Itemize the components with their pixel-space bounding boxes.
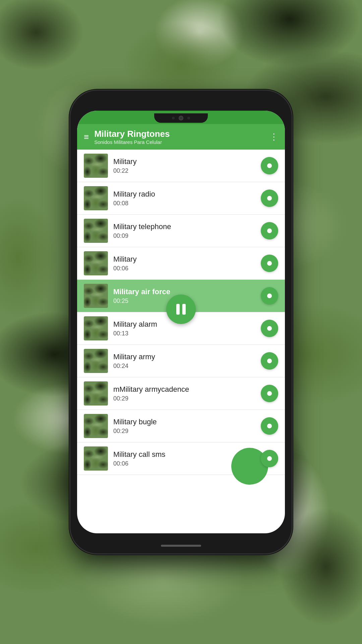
ringtone-thumbnail: [84, 186, 108, 210]
phone-screen: ≡ Military Ringtones Sonidos Militares P…: [77, 111, 285, 533]
list-item[interactable]: Military call sms 00:06: [77, 442, 285, 475]
ringtone-info: Military 00:06: [113, 255, 255, 272]
play-dot: [267, 261, 272, 266]
ringtone-name: Military bugle: [113, 417, 255, 427]
list-item-active[interactable]: Military air force 00:25: [77, 280, 285, 312]
ringtone-name: Military telephone: [113, 222, 255, 232]
play-dot: [267, 293, 272, 298]
header-title-block: Military Ringtones Sonidos Militares Par…: [94, 129, 264, 145]
ringtone-thumbnail: [84, 316, 108, 340]
list-item[interactable]: Military bugle 00:29: [77, 410, 285, 442]
ringtone-duration: 00:29: [113, 428, 255, 435]
front-camera: [179, 116, 183, 120]
ringtone-info: mMilitary armycadence 00:29: [113, 385, 255, 402]
list-item[interactable]: mMilitary armycadence 00:29: [77, 377, 285, 410]
ringtone-thumbnail: [84, 154, 108, 178]
ringtone-duration: 00:22: [113, 167, 255, 174]
ringtone-name: Military: [113, 255, 255, 264]
ringtone-thumbnail: [84, 284, 108, 308]
play-button[interactable]: [261, 255, 278, 272]
ringtone-info: Military telephone 00:09: [113, 222, 255, 239]
play-button[interactable]: [261, 352, 278, 370]
play-dot: [267, 326, 272, 331]
play-button[interactable]: [261, 385, 278, 402]
play-button[interactable]: [261, 190, 278, 207]
app-header: ≡ Military Ringtones Sonidos Militares P…: [77, 124, 285, 150]
ringtone-name: Military army: [113, 352, 255, 362]
play-button[interactable]: [261, 222, 278, 239]
list-item[interactable]: Military army 00:24: [77, 345, 285, 377]
app-subtitle: Sonidos Militares Para Celular: [94, 139, 264, 145]
play-dot: [267, 424, 272, 428]
phone-frame: ≡ Military Ringtones Sonidos Militares P…: [70, 91, 292, 553]
pause-bar-right: [182, 304, 186, 315]
ringtone-info: Military 00:22: [113, 157, 255, 174]
more-options-icon[interactable]: ⋮: [269, 132, 278, 142]
ringtone-thumbnail: [84, 219, 108, 243]
ringtone-name: mMilitary armycadence: [113, 385, 255, 394]
ringtone-name: Military radio: [113, 190, 255, 199]
ringtone-name: Military: [113, 157, 255, 167]
pause-icon: [176, 304, 186, 315]
pause-bar-left: [176, 304, 180, 315]
ringtone-info: Military radio 00:08: [113, 190, 255, 207]
ringtone-info: Military army 00:24: [113, 352, 255, 370]
ringtone-duration: 00:13: [113, 330, 255, 337]
list-item[interactable]: Military 00:06: [77, 247, 285, 280]
notch-sensor-2: [187, 117, 190, 119]
play-button[interactable]: [261, 320, 278, 337]
play-dot: [267, 456, 272, 461]
phone-notch: [154, 113, 208, 123]
play-button[interactable]: [261, 450, 278, 467]
app-title: Military Ringtones: [94, 129, 264, 139]
ringtone-duration: 00:08: [113, 200, 255, 207]
ringtone-duration: 00:09: [113, 232, 255, 239]
play-dot: [267, 163, 272, 168]
play-button-active[interactable]: [261, 287, 278, 305]
play-dot: [267, 359, 272, 363]
play-dot: [267, 228, 272, 233]
play-button[interactable]: [261, 417, 278, 435]
ringtone-thumbnail: [84, 414, 108, 438]
list-item[interactable]: Military telephone 00:09: [77, 215, 285, 247]
ringtone-list: Military 00:22 Military radio 00:08: [77, 150, 285, 529]
ringtone-thumbnail: [84, 446, 108, 471]
play-dot: [267, 196, 272, 201]
ringtone-thumbnail: [84, 251, 108, 275]
play-dot: [267, 391, 272, 396]
ringtone-thumbnail: [84, 381, 108, 406]
home-indicator[interactable]: [161, 545, 201, 547]
ringtone-duration: 00:06: [113, 265, 255, 272]
notch-sensor: [172, 117, 175, 119]
menu-icon[interactable]: ≡: [84, 132, 89, 141]
list-item[interactable]: Military radio 00:08: [77, 182, 285, 215]
pause-button[interactable]: [166, 294, 196, 324]
ringtone-thumbnail: [84, 349, 108, 373]
ringtone-info: Military bugle 00:29: [113, 417, 255, 435]
list-item[interactable]: Military 00:22: [77, 150, 285, 182]
ringtone-duration: 00:29: [113, 395, 255, 402]
play-button[interactable]: [261, 157, 278, 174]
ringtone-duration: 00:24: [113, 363, 255, 370]
